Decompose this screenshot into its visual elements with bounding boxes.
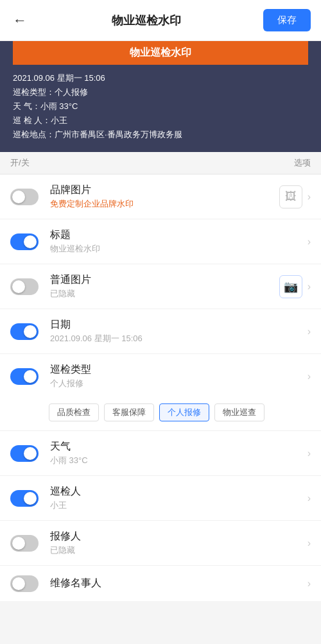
- chevron-icon-reporter: ›: [308, 538, 311, 549]
- brand-image-icon-box: 🖼: [279, 185, 302, 208]
- page-title: 物业巡检水印: [112, 13, 181, 28]
- header: ← 物业巡检水印 保存: [0, 0, 321, 41]
- list-item-date[interactable]: 日期 2021.09.06 星期一 15:06 ›: [0, 309, 321, 354]
- back-button[interactable]: ←: [10, 12, 30, 29]
- settings-list-2: 天气 小雨 33°C › 巡检人 小王 › 报修人 已隐藏 ›: [0, 431, 321, 601]
- tag-property-patrol[interactable]: 物业巡查: [214, 403, 265, 421]
- image-icon: 🖼: [285, 190, 297, 203]
- item-sub-inspector: 小王: [50, 500, 308, 511]
- settings-list: 品牌图片 免费定制企业品牌水印 🖼 › 标题 物业巡检水印 › 普通图片 已隐藏: [0, 174, 321, 398]
- item-title-inspector: 巡检人: [50, 485, 308, 498]
- item-sub-date: 2021.09.06 星期一 15:06: [50, 333, 308, 344]
- list-item-weather[interactable]: 天气 小雨 33°C ›: [0, 431, 321, 476]
- item-sub-brand-image: 免费定制企业品牌水印: [50, 198, 279, 210]
- item-title-brand-image: 品牌图片: [50, 183, 279, 197]
- watermark-line-5: 巡检地点：广州市番禺区·番禺政务万博政务服: [13, 128, 308, 142]
- camera-icon-box: 📷: [279, 275, 302, 298]
- chevron-icon-brand: ›: [308, 191, 311, 203]
- chevron-icon-date: ›: [308, 326, 311, 337]
- chevron-icon-title: ›: [308, 236, 311, 248]
- chevron-icon-inspection-type: ›: [308, 371, 311, 382]
- item-title-normal-image: 普通图片: [50, 273, 279, 287]
- watermark-line-4: 巡 检 人：小王: [13, 114, 308, 128]
- list-item-reporter[interactable]: 报修人 已隐藏 ›: [0, 521, 321, 566]
- inspection-type-tags: 品质检查 客服保障 个人报修 物业巡查: [0, 398, 321, 431]
- toggle-inspector[interactable]: [10, 490, 39, 507]
- watermark-title: 物业巡检水印: [13, 41, 308, 65]
- list-item-repair-person[interactable]: 维修名事人 ›: [0, 566, 321, 601]
- col-header-options: 选项: [294, 157, 311, 169]
- list-item-inspector[interactable]: 巡检人 小王 ›: [0, 476, 321, 521]
- toggle-normal-image[interactable]: [10, 278, 39, 295]
- item-sub-weather: 小雨 33°C: [50, 455, 308, 466]
- chevron-icon-weather: ›: [308, 448, 311, 459]
- column-headers: 开/关 选项: [0, 152, 321, 174]
- list-item-inspection-type[interactable]: 巡检类型 个人报修 ›: [0, 354, 321, 398]
- list-item-title[interactable]: 标题 物业巡检水印 ›: [0, 219, 321, 264]
- watermark-line-3: 天 气：小雨 33°C: [13, 99, 308, 114]
- toggle-title[interactable]: [10, 233, 39, 250]
- chevron-icon-inspector: ›: [308, 493, 311, 504]
- item-sub-inspection-type: 个人报修: [50, 378, 308, 389]
- chevron-icon-normal-image: ›: [308, 281, 311, 292]
- item-title-weather: 天气: [50, 440, 308, 453]
- watermark-preview: 物业巡检水印 2021.09.06 星期一 15:06 巡检类型：个人报修 天 …: [0, 41, 321, 152]
- toggle-repair-person[interactable]: [10, 575, 39, 592]
- col-header-toggle: 开/关: [10, 157, 30, 169]
- toggle-date[interactable]: [10, 323, 39, 340]
- watermark-line-2: 巡检类型：个人报修: [13, 85, 308, 99]
- camera-icon: 📷: [284, 280, 298, 294]
- save-button[interactable]: 保存: [263, 9, 311, 31]
- item-sub-normal-image: 已隐藏: [50, 288, 279, 300]
- back-icon: ←: [13, 12, 27, 28]
- tag-customer-service[interactable]: 客服保障: [104, 403, 154, 421]
- toggle-reporter[interactable]: [10, 535, 39, 552]
- item-title-date: 日期: [50, 318, 308, 332]
- tag-quality-check[interactable]: 品质检查: [49, 403, 99, 421]
- toggle-weather[interactable]: [10, 445, 39, 462]
- watermark-details: 2021.09.06 星期一 15:06 巡检类型：个人报修 天 气：小雨 33…: [13, 71, 308, 142]
- list-item-normal-image[interactable]: 普通图片 已隐藏 📷 ›: [0, 264, 321, 309]
- tag-personal-repair[interactable]: 个人报修: [159, 403, 209, 421]
- item-sub-title: 物业巡检水印: [50, 243, 308, 255]
- item-title-title: 标题: [50, 228, 308, 242]
- chevron-icon-repair-person: ›: [308, 578, 311, 589]
- toggle-brand-image[interactable]: [10, 189, 39, 205]
- item-sub-reporter: 已隐藏: [50, 545, 308, 556]
- watermark-line-1: 2021.09.06 星期一 15:06: [13, 71, 308, 85]
- item-title-repair-person: 维修名事人: [50, 577, 308, 590]
- toggle-inspection-type[interactable]: [10, 368, 39, 385]
- item-title-inspection-type: 巡检类型: [50, 363, 308, 377]
- item-title-reporter: 报修人: [50, 530, 308, 543]
- list-item-brand-image[interactable]: 品牌图片 免费定制企业品牌水印 🖼 ›: [0, 174, 321, 219]
